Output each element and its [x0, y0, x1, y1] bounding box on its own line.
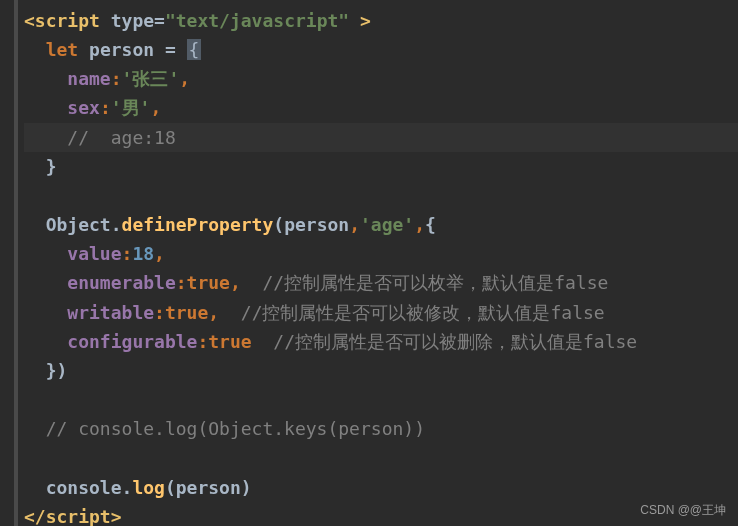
tag-name: script [35, 10, 100, 31]
attr-name: type [111, 10, 154, 31]
boolean: true [165, 302, 208, 323]
code-line: enumerable:true, //控制属性是否可以枚举，默认值是false [24, 268, 738, 297]
prop-key: name [67, 68, 110, 89]
string-val: '男' [111, 97, 151, 118]
comment: //控制属性是否可以被修改，默认值是false [241, 302, 605, 323]
colon: : [100, 97, 111, 118]
comment: //控制属性是否可以枚举，默认值是false [262, 272, 608, 293]
blank-line [24, 181, 738, 210]
comment: // age:18 [67, 127, 175, 148]
method: defineProperty [122, 214, 274, 235]
code-line: sex:'男', [24, 93, 738, 122]
code-line: }) [24, 356, 738, 385]
angle-bracket: > [349, 10, 371, 31]
identifier: person [176, 477, 241, 498]
comment: // console.log(Object.keys(person)) [46, 418, 425, 439]
watermark: CSDN @@王坤 [640, 501, 726, 520]
dot: . [111, 214, 122, 235]
equals: = [154, 10, 165, 31]
console-ident: console [46, 477, 122, 498]
code-line: configurable:true //控制属性是否可以被删除，默认值是fals… [24, 327, 738, 356]
assign: = [154, 39, 187, 60]
keyword-let: let [46, 39, 79, 60]
paren: ) [241, 477, 252, 498]
code-line-active: // age:18 [24, 123, 738, 152]
code-editor: <script type="text/javascript" > let per… [14, 0, 738, 526]
prop-key: enumerable [67, 272, 175, 293]
comma: , [150, 97, 161, 118]
identifier: person [284, 214, 349, 235]
dot: . [122, 477, 133, 498]
tag-name: script [46, 506, 111, 526]
brace: } [46, 156, 57, 177]
comma: , [349, 214, 360, 235]
prop-key: configurable [67, 331, 197, 352]
blank-line [24, 443, 738, 472]
code-line: value:18, [24, 239, 738, 268]
code-line: let person = { [24, 35, 738, 64]
boolean: true [208, 331, 251, 352]
code-line: Object.defineProperty(person,'age',{ [24, 210, 738, 239]
identifier: person [89, 39, 154, 60]
code-line: // console.log(Object.keys(person)) [24, 414, 738, 443]
number: 18 [132, 243, 154, 264]
object-ident: Object [46, 214, 111, 235]
code-line: writable:true, //控制属性是否可以被修改，默认值是false [24, 298, 738, 327]
attr-value: "text/javascript" [165, 10, 349, 31]
prop-key: sex [67, 97, 100, 118]
prop-key: value [67, 243, 121, 264]
comma: , [208, 302, 219, 323]
code-line: } [24, 152, 738, 181]
angle-bracket: > [111, 506, 122, 526]
colon: : [111, 68, 122, 89]
code-line: <script type="text/javascript" > [24, 6, 738, 35]
brace: { [425, 214, 436, 235]
prop-key: writable [67, 302, 154, 323]
angle-bracket: </ [24, 506, 46, 526]
code-line: name:'张三', [24, 64, 738, 93]
string-val: 'age' [360, 214, 414, 235]
colon: : [197, 331, 208, 352]
colon: : [154, 302, 165, 323]
blank-line [24, 385, 738, 414]
colon: : [122, 243, 133, 264]
string-val: '张三' [122, 68, 180, 89]
method: log [132, 477, 165, 498]
comma: , [230, 272, 241, 293]
comment: //控制属性是否可以被删除，默认值是false [273, 331, 637, 352]
comma: , [414, 214, 425, 235]
code-line: </script> [24, 502, 738, 526]
comma: , [179, 68, 190, 89]
colon: : [176, 272, 187, 293]
paren: ) [57, 360, 68, 381]
boolean: true [187, 272, 230, 293]
brace: } [46, 360, 57, 381]
paren: ( [273, 214, 284, 235]
code-line: console.log(person) [24, 473, 738, 502]
angle-bracket: < [24, 10, 35, 31]
cursor-highlight: { [187, 39, 202, 60]
paren: ( [165, 477, 176, 498]
comma: , [154, 243, 165, 264]
